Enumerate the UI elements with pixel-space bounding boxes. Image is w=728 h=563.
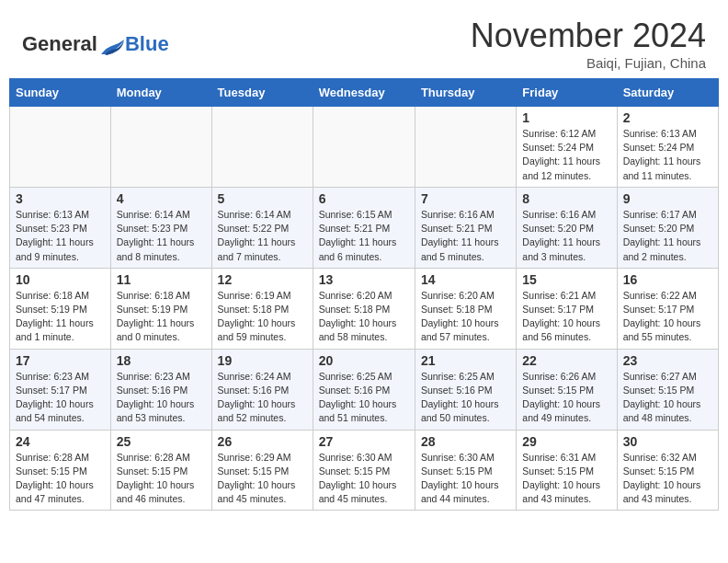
day-number: 14 — [421, 272, 510, 287]
day-number: 27 — [319, 434, 409, 449]
calendar-cell: 2Sunrise: 6:13 AM Sunset: 5:24 PM Daylig… — [617, 107, 718, 188]
day-info: Sunrise: 6:16 AM Sunset: 5:21 PM Dayligh… — [421, 208, 510, 264]
day-number: 4 — [117, 191, 206, 206]
logo: General Blue — [22, 32, 169, 56]
day-info: Sunrise: 6:19 AM Sunset: 5:18 PM Dayligh… — [218, 289, 307, 345]
calendar-cell: 10Sunrise: 6:18 AM Sunset: 5:19 PM Dayli… — [10, 268, 111, 349]
calendar-cell: 13Sunrise: 6:20 AM Sunset: 5:18 PM Dayli… — [313, 268, 415, 349]
day-info: Sunrise: 6:26 AM Sunset: 5:15 PM Dayligh… — [522, 370, 610, 426]
day-number: 20 — [319, 353, 409, 368]
calendar-cell: 8Sunrise: 6:16 AM Sunset: 5:20 PM Daylig… — [517, 187, 617, 268]
calendar-week-3: 17Sunrise: 6:23 AM Sunset: 5:17 PM Dayli… — [10, 349, 719, 430]
calendar-cell: 29Sunrise: 6:31 AM Sunset: 5:15 PM Dayli… — [517, 430, 617, 511]
day-info: Sunrise: 6:25 AM Sunset: 5:16 PM Dayligh… — [319, 370, 409, 426]
day-number: 26 — [218, 434, 307, 449]
calendar-cell: 30Sunrise: 6:32 AM Sunset: 5:15 PM Dayli… — [617, 430, 718, 511]
day-info: Sunrise: 6:28 AM Sunset: 5:15 PM Dayligh… — [117, 451, 206, 507]
calendar-week-4: 24Sunrise: 6:28 AM Sunset: 5:15 PM Dayli… — [10, 430, 719, 511]
calendar-cell: 3Sunrise: 6:13 AM Sunset: 5:23 PM Daylig… — [10, 187, 111, 268]
day-number: 24 — [16, 434, 105, 449]
calendar-week-1: 3Sunrise: 6:13 AM Sunset: 5:23 PM Daylig… — [10, 187, 719, 268]
day-info: Sunrise: 6:18 AM Sunset: 5:19 PM Dayligh… — [117, 289, 206, 345]
day-info: Sunrise: 6:25 AM Sunset: 5:16 PM Dayligh… — [421, 370, 510, 426]
day-number: 29 — [522, 434, 610, 449]
month-title: November 2024 — [471, 17, 706, 55]
day-info: Sunrise: 6:16 AM Sunset: 5:20 PM Dayligh… — [522, 208, 610, 264]
weekday-tuesday: Tuesday — [211, 79, 313, 107]
logo-general-text: General — [22, 32, 97, 56]
calendar-cell — [10, 107, 111, 188]
calendar-cell — [211, 107, 313, 188]
calendar-table: SundayMondayTuesdayWednesdayThursdayFrid… — [9, 78, 719, 511]
weekday-saturday: Saturday — [617, 79, 718, 107]
day-info: Sunrise: 6:17 AM Sunset: 5:20 PM Dayligh… — [623, 208, 712, 264]
weekday-thursday: Thursday — [415, 79, 516, 107]
day-info: Sunrise: 6:13 AM Sunset: 5:23 PM Dayligh… — [16, 208, 105, 264]
day-info: Sunrise: 6:20 AM Sunset: 5:18 PM Dayligh… — [421, 289, 510, 345]
day-number: 21 — [421, 353, 510, 368]
day-number: 9 — [623, 191, 712, 206]
calendar-cell: 25Sunrise: 6:28 AM Sunset: 5:15 PM Dayli… — [110, 430, 211, 511]
day-number: 15 — [522, 272, 610, 287]
day-info: Sunrise: 6:28 AM Sunset: 5:15 PM Dayligh… — [16, 451, 105, 507]
day-info: Sunrise: 6:23 AM Sunset: 5:17 PM Dayligh… — [16, 370, 105, 426]
location-subtitle: Baiqi, Fujian, China — [471, 55, 706, 71]
day-number: 13 — [319, 272, 409, 287]
calendar-cell: 4Sunrise: 6:14 AM Sunset: 5:23 PM Daylig… — [110, 187, 211, 268]
day-info: Sunrise: 6:18 AM Sunset: 5:19 PM Dayligh… — [16, 289, 105, 345]
calendar-cell: 20Sunrise: 6:25 AM Sunset: 5:16 PM Dayli… — [313, 349, 415, 430]
day-info: Sunrise: 6:31 AM Sunset: 5:15 PM Dayligh… — [522, 451, 610, 507]
calendar-cell: 17Sunrise: 6:23 AM Sunset: 5:17 PM Dayli… — [10, 349, 111, 430]
weekday-wednesday: Wednesday — [313, 79, 415, 107]
calendar-week-2: 10Sunrise: 6:18 AM Sunset: 5:19 PM Dayli… — [10, 268, 719, 349]
calendar-cell: 27Sunrise: 6:30 AM Sunset: 5:15 PM Dayli… — [313, 430, 415, 511]
calendar-cell: 1Sunrise: 6:12 AM Sunset: 5:24 PM Daylig… — [517, 107, 617, 188]
calendar-week-0: 1Sunrise: 6:12 AM Sunset: 5:24 PM Daylig… — [10, 107, 719, 188]
day-info: Sunrise: 6:30 AM Sunset: 5:15 PM Dayligh… — [421, 451, 510, 507]
day-number: 11 — [117, 272, 206, 287]
day-info: Sunrise: 6:21 AM Sunset: 5:17 PM Dayligh… — [522, 289, 610, 345]
day-number: 18 — [117, 353, 206, 368]
calendar-cell — [313, 107, 415, 188]
day-info: Sunrise: 6:23 AM Sunset: 5:16 PM Dayligh… — [117, 370, 206, 426]
logo-blue-text: Blue — [125, 32, 169, 56]
calendar-cell: 11Sunrise: 6:18 AM Sunset: 5:19 PM Dayli… — [110, 268, 211, 349]
day-number: 16 — [623, 272, 712, 287]
day-number: 19 — [218, 353, 307, 368]
calendar-cell: 22Sunrise: 6:26 AM Sunset: 5:15 PM Dayli… — [517, 349, 617, 430]
day-info: Sunrise: 6:24 AM Sunset: 5:16 PM Dayligh… — [218, 370, 307, 426]
calendar-cell: 15Sunrise: 6:21 AM Sunset: 5:17 PM Dayli… — [517, 268, 617, 349]
logo-bird-icon — [99, 38, 125, 56]
weekday-sunday: Sunday — [10, 79, 111, 107]
day-number: 8 — [522, 191, 610, 206]
day-info: Sunrise: 6:30 AM Sunset: 5:15 PM Dayligh… — [319, 451, 409, 507]
calendar-cell: 21Sunrise: 6:25 AM Sunset: 5:16 PM Dayli… — [415, 349, 516, 430]
title-section: November 2024 Baiqi, Fujian, China — [471, 17, 706, 71]
calendar-cell: 18Sunrise: 6:23 AM Sunset: 5:16 PM Dayli… — [110, 349, 211, 430]
calendar-cell: 19Sunrise: 6:24 AM Sunset: 5:16 PM Dayli… — [211, 349, 313, 430]
calendar-cell: 14Sunrise: 6:20 AM Sunset: 5:18 PM Dayli… — [415, 268, 516, 349]
day-info: Sunrise: 6:14 AM Sunset: 5:23 PM Dayligh… — [117, 208, 206, 264]
day-info: Sunrise: 6:32 AM Sunset: 5:15 PM Dayligh… — [623, 451, 712, 507]
calendar-cell — [110, 107, 211, 188]
calendar-container: SundayMondayTuesdayWednesdayThursdayFrid… — [0, 78, 728, 520]
calendar-cell: 24Sunrise: 6:28 AM Sunset: 5:15 PM Dayli… — [10, 430, 111, 511]
day-number: 12 — [218, 272, 307, 287]
weekday-header-row: SundayMondayTuesdayWednesdayThursdayFrid… — [10, 79, 719, 107]
calendar-cell: 23Sunrise: 6:27 AM Sunset: 5:15 PM Dayli… — [617, 349, 718, 430]
day-number: 10 — [16, 272, 105, 287]
weekday-monday: Monday — [110, 79, 211, 107]
calendar-body: 1Sunrise: 6:12 AM Sunset: 5:24 PM Daylig… — [10, 107, 719, 511]
day-info: Sunrise: 6:29 AM Sunset: 5:15 PM Dayligh… — [218, 451, 307, 507]
day-number: 30 — [623, 434, 712, 449]
day-number: 23 — [623, 353, 712, 368]
weekday-friday: Friday — [517, 79, 617, 107]
day-number: 25 — [117, 434, 206, 449]
calendar-cell: 6Sunrise: 6:15 AM Sunset: 5:21 PM Daylig… — [313, 187, 415, 268]
day-info: Sunrise: 6:12 AM Sunset: 5:24 PM Dayligh… — [522, 127, 610, 183]
day-number: 28 — [421, 434, 510, 449]
day-number: 22 — [522, 353, 610, 368]
day-number: 5 — [218, 191, 307, 206]
day-number: 2 — [623, 110, 712, 125]
page-header: General Blue November 2024 Baiqi, Fujian… — [0, 0, 728, 78]
